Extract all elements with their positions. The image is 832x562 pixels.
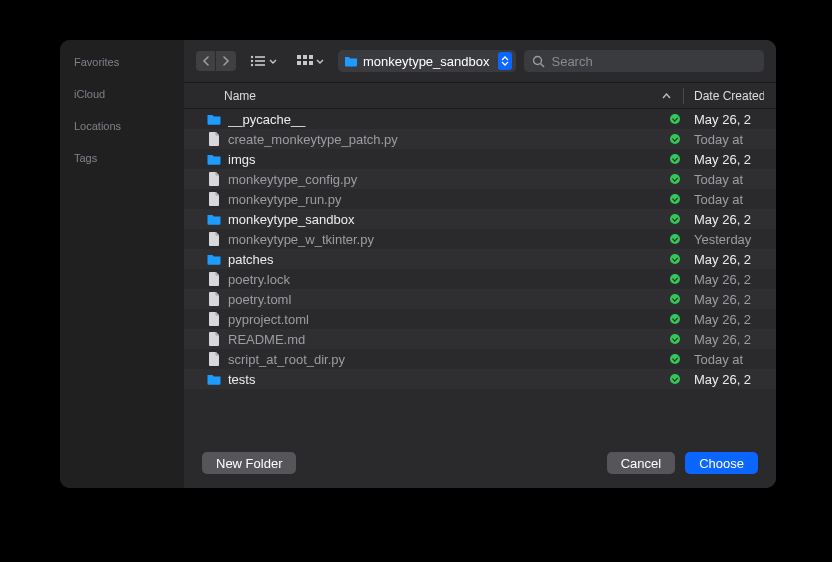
search-icon — [532, 55, 545, 68]
sync-status-icon — [670, 274, 680, 284]
file-date: Today at — [694, 132, 764, 147]
column-divider[interactable] — [683, 88, 684, 104]
nav-forward-button[interactable] — [216, 51, 236, 71]
toolbar: monkeytype_sandbox — [184, 40, 776, 83]
svg-line-13 — [541, 63, 545, 67]
file-date: May 26, 2 — [694, 372, 764, 387]
view-list-button[interactable] — [244, 50, 283, 72]
column-header-date[interactable]: Date Created — [694, 89, 764, 103]
column-header-name[interactable]: Name — [224, 89, 662, 103]
sync-status-icon — [670, 174, 680, 184]
file-date: Today at — [694, 352, 764, 367]
file-row[interactable]: create_monkeytype_patch.pyToday at — [184, 129, 776, 149]
sync-status-icon — [670, 374, 680, 384]
file-date: Yesterday — [694, 232, 764, 247]
file-name: imgs — [228, 152, 670, 167]
file-date: May 26, 2 — [694, 152, 764, 167]
path-stepper[interactable] — [498, 52, 512, 70]
sync-status-icon — [670, 254, 680, 264]
sidebar-heading-locations[interactable]: Locations — [74, 120, 170, 132]
file-name: poetry.lock — [228, 272, 670, 287]
grouping-segment — [291, 50, 330, 72]
file-name: __pycache__ — [228, 112, 670, 127]
file-date: May 26, 2 — [694, 252, 764, 267]
file-name: create_monkeytype_patch.py — [228, 132, 670, 147]
file-row[interactable]: poetry.lockMay 26, 2 — [184, 269, 776, 289]
sidebar-heading-favorites[interactable]: Favorites — [74, 56, 170, 68]
file-name: tests — [228, 372, 670, 387]
file-row[interactable]: pyproject.tomlMay 26, 2 — [184, 309, 776, 329]
chevron-down-icon — [269, 59, 277, 64]
grouping-button[interactable] — [291, 50, 330, 72]
file-name: patches — [228, 252, 670, 267]
cancel-button[interactable]: Cancel — [607, 452, 675, 474]
file-name: README.md — [228, 332, 670, 347]
search-input[interactable] — [551, 54, 756, 69]
sync-status-icon — [670, 154, 680, 164]
file-row[interactable]: monkeytype_w_tkinter.pyYesterday — [184, 229, 776, 249]
chevron-down-icon — [501, 61, 509, 66]
file-list[interactable]: __pycache__May 26, 2create_monkeytype_pa… — [184, 109, 776, 438]
svg-rect-9 — [297, 61, 301, 65]
path-popup-button[interactable]: monkeytype_sandbox — [338, 50, 516, 72]
file-date: May 26, 2 — [694, 272, 764, 287]
file-row[interactable]: script_at_root_dir.pyToday at — [184, 349, 776, 369]
sort-indicator[interactable] — [662, 93, 671, 99]
choose-button[interactable]: Choose — [685, 452, 758, 474]
file-name: pyproject.toml — [228, 312, 670, 327]
file-icon — [206, 331, 222, 347]
sync-status-icon — [670, 294, 680, 304]
svg-rect-10 — [303, 61, 307, 65]
chevron-left-icon — [202, 56, 209, 66]
file-row[interactable]: poetry.tomlMay 26, 2 — [184, 289, 776, 309]
file-icon — [206, 171, 222, 187]
file-icon — [206, 311, 222, 327]
file-row[interactable]: monkeytype_run.pyToday at — [184, 189, 776, 209]
svg-rect-7 — [303, 55, 307, 59]
sidebar-heading-tags[interactable]: Tags — [74, 152, 170, 164]
svg-rect-11 — [309, 61, 313, 65]
file-date: May 26, 2 — [694, 212, 764, 227]
file-row[interactable]: __pycache__May 26, 2 — [184, 109, 776, 129]
file-date: Today at — [694, 172, 764, 187]
sync-status-icon — [670, 134, 680, 144]
folder-icon — [344, 54, 358, 68]
sync-status-icon — [670, 214, 680, 224]
folder-icon — [206, 211, 222, 227]
sync-status-icon — [670, 234, 680, 244]
file-name: script_at_root_dir.py — [228, 352, 670, 367]
file-date: May 26, 2 — [694, 312, 764, 327]
file-icon — [206, 131, 222, 147]
new-folder-button[interactable]: New Folder — [202, 452, 296, 474]
sync-status-icon — [670, 334, 680, 344]
chevron-right-icon — [223, 56, 230, 66]
svg-rect-1 — [255, 56, 265, 58]
sync-status-icon — [670, 354, 680, 364]
file-date: May 26, 2 — [694, 292, 764, 307]
svg-rect-6 — [297, 55, 301, 59]
folder-icon — [206, 151, 222, 167]
file-icon — [206, 191, 222, 207]
file-icon — [206, 351, 222, 367]
file-row[interactable]: patchesMay 26, 2 — [184, 249, 776, 269]
svg-point-4 — [251, 64, 253, 66]
sync-status-icon — [670, 194, 680, 204]
sidebar: Favorites iCloud Locations Tags — [60, 40, 184, 488]
file-row[interactable]: monkeytype_config.pyToday at — [184, 169, 776, 189]
file-row[interactable]: README.mdMay 26, 2 — [184, 329, 776, 349]
svg-rect-3 — [255, 60, 265, 62]
folder-icon — [206, 111, 222, 127]
file-row[interactable]: testsMay 26, 2 — [184, 369, 776, 389]
nav-back-button[interactable] — [196, 51, 216, 71]
list-icon — [250, 55, 266, 67]
sidebar-heading-icloud[interactable]: iCloud — [74, 88, 170, 100]
file-row[interactable]: monkeytype_sandboxMay 26, 2 — [184, 209, 776, 229]
folder-icon — [206, 251, 222, 267]
file-date: May 26, 2 — [694, 112, 764, 127]
file-row[interactable]: imgsMay 26, 2 — [184, 149, 776, 169]
search-field[interactable] — [524, 50, 764, 72]
file-name: monkeytype_run.py — [228, 192, 670, 207]
path-label: monkeytype_sandbox — [363, 54, 489, 69]
file-icon — [206, 291, 222, 307]
file-picker-dialog: Favorites iCloud Locations Tags — [60, 40, 776, 488]
